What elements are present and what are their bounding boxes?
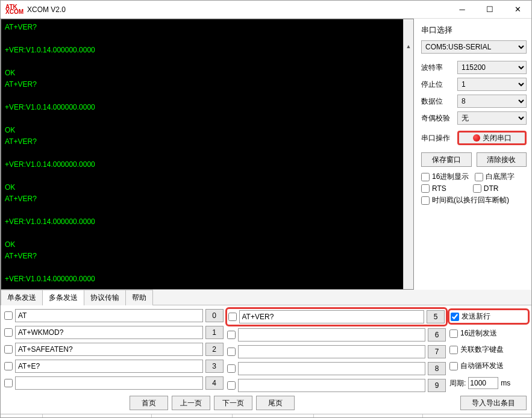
send-input-0[interactable] [15, 309, 203, 322]
stopbit-label: 停止位 [421, 80, 452, 90]
terminal-output[interactable]: AT+VER? +VER:V1.0.14.000000.0000 OK AT+V… [1, 19, 414, 290]
tab-multi-send[interactable]: 多条发送 [42, 290, 84, 305]
send-check-8[interactable] [227, 364, 236, 373]
databit-select[interactable]: 8 [457, 95, 527, 108]
send-check-7[interactable] [227, 348, 236, 356]
send-col-left: 0 1 2 3 4 [4, 309, 224, 392]
newline-checkbox[interactable] [451, 313, 459, 321]
baud-select[interactable]: 115200 [457, 61, 527, 74]
page-first-button[interactable]: 首页 [130, 396, 168, 410]
baud-label: 波特率 [421, 63, 452, 73]
send-check-1[interactable] [4, 328, 13, 337]
white-bg-label: 白底黑字 [486, 172, 515, 182]
terminal-text: AT+VER? +VER:V1.0.14.000000.0000 OK AT+V… [5, 23, 95, 290]
send-btn-1[interactable]: 1 [205, 326, 224, 339]
timestamp-label: 时间戳(以换行回车断帧) [432, 195, 509, 205]
databit-label: 数据位 [421, 96, 452, 107]
send-check-9[interactable] [227, 381, 236, 390]
send-input-4[interactable] [15, 376, 203, 390]
terminal-scrollbar[interactable]: ▲ ▼ [403, 19, 413, 289]
numpad-label: 关联数字键盘 [460, 345, 504, 355]
parity-select[interactable]: 无 [457, 111, 527, 125]
send-tabs: 单条发送 多条发送 协议传输 帮助 [1, 290, 531, 305]
send-input-6[interactable] [238, 328, 426, 342]
close-port-label: 关闭串口 [483, 133, 512, 143]
period-unit: ms [501, 379, 510, 387]
serial-op-label: 串口操作 [421, 133, 452, 143]
parity-label: 奇偶校验 [421, 113, 452, 123]
send-btn-9[interactable]: 9 [428, 379, 446, 392]
send-btn-8[interactable]: 8 [428, 362, 446, 375]
rts-label: RTS [432, 184, 446, 193]
period-label: 周期: [449, 378, 466, 388]
send-input-7[interactable] [238, 345, 426, 358]
dtr-label: DTR [484, 184, 499, 193]
hexsend-label: 16进制发送 [460, 328, 497, 338]
page-last-button[interactable]: 尾页 [256, 396, 295, 410]
hex-display-checkbox[interactable] [421, 173, 430, 181]
dtr-checkbox[interactable] [473, 184, 481, 193]
multi-send-grid: 0 1 2 3 4 5 6 7 8 9 发送新行 16进制发送 关联数字键盘 自… [1, 305, 531, 393]
send-check-4[interactable] [4, 379, 13, 387]
numpad-checkbox[interactable] [449, 346, 458, 354]
send-btn-0[interactable]: 0 [205, 309, 224, 322]
send-btn-6[interactable]: 6 [428, 328, 446, 342]
pager-row: 首页 上一页 下一页 尾页 导入导出条目 [1, 393, 531, 414]
panel-title: 串口选择 [421, 25, 527, 36]
close-button[interactable]: ✕ [504, 1, 531, 19]
send-check-6[interactable] [227, 331, 236, 339]
app-logo-icon: ATKXCOM [5, 5, 23, 14]
send-btn-5[interactable]: 5 [427, 310, 445, 323]
scroll-up-icon[interactable]: ▲ [404, 41, 413, 51]
timestamp-checkbox[interactable] [421, 196, 430, 205]
serial-config-panel: 串口选择 COM5:USB-SERIAL 波特率 115200 停止位 1 数据… [414, 19, 531, 290]
page-prev-button[interactable]: 上一页 [172, 396, 210, 410]
send-input-2[interactable] [15, 343, 203, 356]
send-col-right: 5 6 7 8 9 [227, 309, 446, 392]
send-input-9[interactable] [238, 379, 426, 392]
newline-label: 发送新行 [462, 311, 490, 322]
window-title: XCOM V2.0 [27, 5, 448, 14]
send-input-3[interactable] [15, 360, 203, 373]
port-status-icon [473, 134, 480, 142]
send-btn-4[interactable]: 4 [205, 376, 224, 390]
send-btn-2[interactable]: 2 [205, 343, 224, 356]
period-input[interactable] [468, 377, 498, 389]
status-bar: www.openedv.com S:102 R:374 CTS=0 DSR=0 … [1, 414, 531, 418]
hexsend-checkbox[interactable] [449, 329, 458, 338]
white-bg-checkbox[interactable] [475, 173, 483, 181]
loop-checkbox[interactable] [449, 362, 458, 370]
com-port-select[interactable]: COM5:USB-SERIAL [421, 40, 527, 54]
maximize-button[interactable]: ☐ [476, 1, 504, 19]
loop-label: 自动循环发送 [460, 361, 504, 371]
tab-single-send[interactable]: 单条发送 [1, 290, 43, 305]
rts-checkbox[interactable] [421, 184, 430, 193]
send-btn-3[interactable]: 3 [205, 360, 224, 373]
tab-help[interactable]: 帮助 [125, 290, 153, 305]
page-next-button[interactable]: 下一页 [214, 396, 252, 410]
send-check-0[interactable] [4, 311, 13, 320]
send-options: 发送新行 16进制发送 关联数字键盘 自动循环发送 周期: ms [449, 309, 528, 392]
hex-display-label: 16进制显示 [432, 172, 469, 182]
send-check-2[interactable] [4, 345, 13, 354]
send-check-3[interactable] [4, 362, 13, 370]
scroll-track[interactable] [404, 73, 413, 290]
tab-protocol[interactable]: 协议传输 [84, 290, 126, 305]
send-btn-7[interactable]: 7 [428, 345, 446, 358]
stopbit-select[interactable]: 1 [457, 78, 527, 91]
save-window-button[interactable]: 保存窗口 [421, 152, 472, 167]
send-check-5[interactable] [228, 313, 237, 321]
close-port-button[interactable]: 关闭串口 [457, 131, 527, 145]
send-input-8[interactable] [238, 362, 426, 375]
title-bar: ATKXCOM XCOM V2.0 ─ ☐ ✕ [1, 1, 531, 19]
send-input-1[interactable] [15, 326, 203, 339]
send-input-5[interactable] [239, 310, 425, 323]
minimize-button[interactable]: ─ [448, 1, 476, 19]
clear-receive-button[interactable]: 清除接收 [477, 152, 527, 167]
import-export-button[interactable]: 导入导出条目 [460, 396, 527, 410]
